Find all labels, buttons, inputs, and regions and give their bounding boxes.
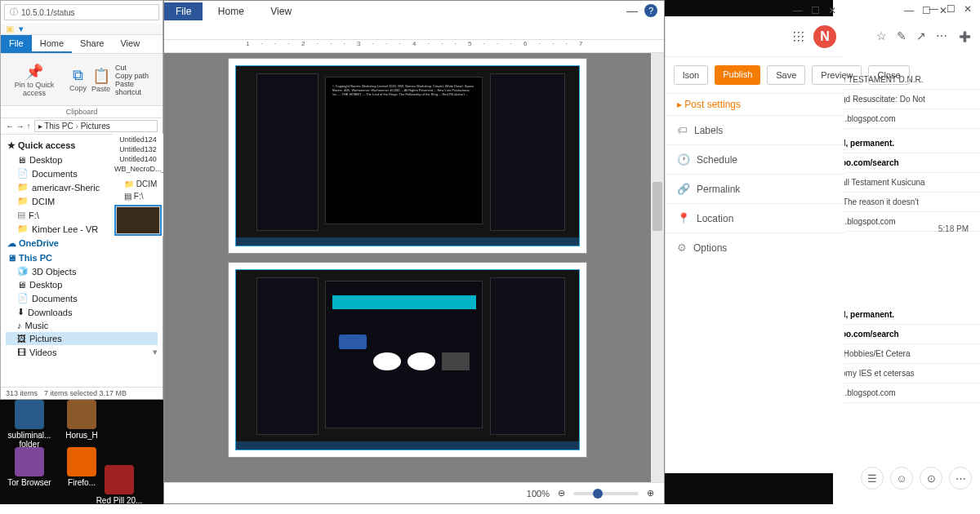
desktop-icon[interactable]: Tor Browser [5, 447, 54, 487]
tab-view[interactable]: View [259, 2, 303, 20]
tab-file[interactable]: File [164, 2, 203, 20]
sidebar-item-labels[interactable]: 🏷Labels [666, 115, 844, 144]
tag-icon: 🏷 [677, 124, 688, 136]
thumb[interactable]: Untitled132 [114, 145, 162, 153]
tab-home[interactable]: Home [207, 2, 256, 20]
address-bar[interactable]: ⓘ10.5.0.1/status [4, 4, 159, 20]
lson-button[interactable]: lson [674, 65, 708, 85]
document-window: File Home View — ? 1 · · · 2 · · · 3 · ·… [163, 0, 665, 504]
help-icon[interactable]: ? [644, 4, 657, 17]
tree-node[interactable]: 🖼Pictures [6, 332, 158, 345]
add-contact-icon[interactable]: ➕ [956, 28, 973, 46]
tab-home[interactable]: Home [32, 35, 72, 53]
minimize-icon[interactable]: — [626, 4, 638, 17]
thumb[interactable]: WB_NecroD..._03 [114, 165, 162, 173]
page-area[interactable]: © Copyright Games Workshop Limited 2020.… [164, 53, 651, 482]
status-bar: 313 items7 items selected 3.17 MB [1, 387, 163, 399]
save-button[interactable]: Save [767, 65, 805, 85]
tree-node[interactable]: 🎞Videos▾ [6, 345, 158, 359]
embedded-screenshot [235, 269, 580, 450]
location-icon[interactable]: ⊙ [920, 467, 942, 490]
scrollbar[interactable] [651, 53, 664, 482]
thumb[interactable]: Untitled140 [114, 155, 162, 163]
ribbon-group-label: Clipboard [1, 106, 163, 118]
zoom-out-icon[interactable]: ⊖ [558, 488, 565, 498]
status-bar: 100% ⊖ ⊕ [164, 482, 664, 503]
tree-node[interactable]: 📁 DCIM [116, 178, 160, 190]
tree-node[interactable]: 📄Documents [6, 291, 158, 305]
cut-button[interactable]: Cut [115, 64, 159, 72]
zoom-slider[interactable] [573, 492, 639, 495]
publish-button[interactable]: Publish [715, 65, 760, 85]
desktop-icon[interactable]: subliminal... folder [5, 400, 54, 449]
more-icon[interactable]: ⋯ [936, 29, 947, 42]
copy-button[interactable]: ⧉Copy [69, 67, 87, 92]
favorite-icon[interactable]: ☆ [876, 29, 887, 42]
avatar[interactable]: N [813, 25, 836, 48]
tab-share[interactable]: Share [72, 35, 112, 53]
sidebar-item-schedule[interactable]: 🕐Schedule [666, 144, 844, 174]
ruler: 1 · · · 2 · · · 3 · · · 4 · · · 5 · · · … [164, 40, 664, 53]
close-button[interactable]: Close [868, 65, 909, 85]
archive-icon[interactable]: ☰ [861, 467, 884, 490]
this-pc[interactable]: 🖥 This PC [6, 250, 158, 264]
desktop-icon[interactable]: Horus_H [57, 400, 106, 440]
sidebar-item-permalink[interactable]: 🔗Permalink [666, 174, 844, 203]
gear-icon: ⚙ [677, 241, 687, 254]
preview-button[interactable]: Preview [812, 65, 862, 85]
share-icon[interactable]: ↗ [916, 29, 926, 42]
read-icon[interactable]: ✎ [897, 29, 906, 42]
tree-node[interactable]: 🧊3D Objects [6, 264, 158, 278]
contact-icon[interactable]: ☺ [890, 467, 913, 490]
apps-icon[interactable] [792, 30, 805, 43]
tree-node[interactable]: ⬇Downloads [6, 305, 158, 319]
tab-view[interactable]: View [112, 35, 148, 53]
link-icon: 🔗 [677, 183, 690, 195]
paste-button[interactable]: 📋Paste [91, 67, 110, 93]
page [228, 262, 587, 458]
nav-toolbar [164, 20, 664, 40]
clock-icon: 🕐 [677, 153, 690, 166]
tree-node[interactable]: ♪Music [6, 319, 158, 332]
pin-button[interactable]: 📌Pin to Quick access [4, 63, 65, 97]
timestamp: 5:18 PM [938, 224, 969, 233]
taskbar[interactable] [0, 504, 980, 514]
copypath-button[interactable]: Copy path [115, 72, 159, 80]
tree-node[interactable]: ▤ F:\ [116, 190, 160, 202]
sidebar-item-location[interactable]: 📍Location [666, 203, 844, 233]
tree-node[interactable]: 🖥Desktop [6, 278, 158, 291]
tab-file[interactable]: File [1, 35, 32, 53]
ribbon-tabs: File Home Share View [1, 35, 163, 54]
page: © Copyright Games Workshop Limited 2020.… [228, 58, 587, 254]
breadcrumb[interactable]: ← → ↑▸ This PC › Pictures [1, 118, 163, 135]
embedded-screenshot: © Copyright Games Workshop Limited 2020.… [235, 65, 580, 246]
pin-icon: 📍 [677, 212, 690, 224]
blogger-sidebar: — ☐ ✕ N lson Publish Save Preview Close … [665, 16, 844, 473]
pasteshortcut-button[interactable]: Paste shortcut [115, 80, 159, 96]
more-icon[interactable]: ⋯ [949, 467, 972, 490]
zoom-in-icon[interactable]: ⊕ [647, 488, 654, 498]
file-thumbnails: Untitled124 Untitled132 Untitled140 WB_N… [113, 134, 163, 236]
post-settings-header[interactable]: Post settings [666, 93, 844, 115]
desktop-icon[interactable]: Red Pill 20... [95, 465, 144, 505]
zoom-label: 100% [527, 489, 550, 498]
sidebar-item-options[interactable]: ⚙Options [666, 233, 844, 262]
thumb[interactable]: Untitled124 [114, 135, 162, 144]
onedrive[interactable]: ☁ OneDrive [6, 236, 158, 250]
